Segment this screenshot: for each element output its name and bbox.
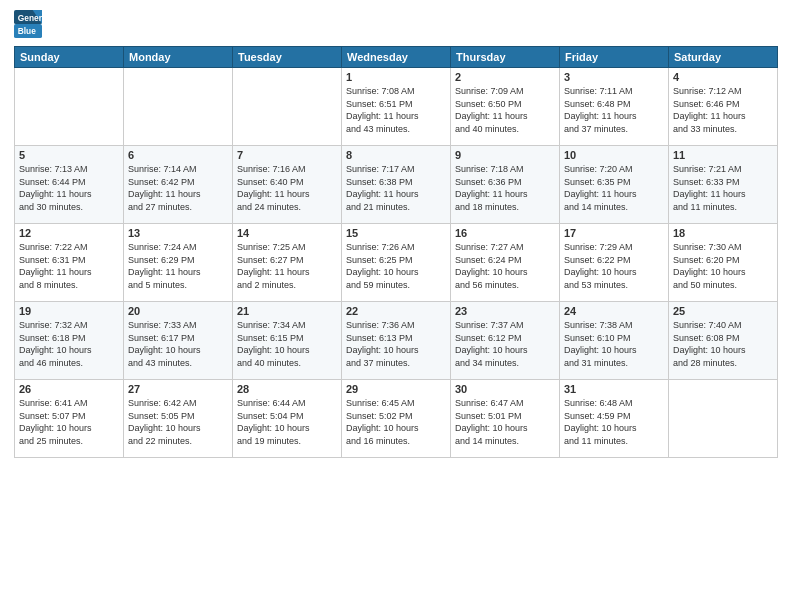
calendar-day-cell: 15Sunrise: 7:26 AM Sunset: 6:25 PM Dayli… (342, 224, 451, 302)
calendar-day-cell: 7Sunrise: 7:16 AM Sunset: 6:40 PM Daylig… (233, 146, 342, 224)
calendar-week-row: 19Sunrise: 7:32 AM Sunset: 6:18 PM Dayli… (15, 302, 778, 380)
calendar-day-cell (15, 68, 124, 146)
day-number: 17 (564, 227, 664, 239)
day-info: Sunrise: 7:14 AM Sunset: 6:42 PM Dayligh… (128, 163, 228, 213)
day-number: 8 (346, 149, 446, 161)
day-info: Sunrise: 7:09 AM Sunset: 6:50 PM Dayligh… (455, 85, 555, 135)
day-info: Sunrise: 7:13 AM Sunset: 6:44 PM Dayligh… (19, 163, 119, 213)
day-info: Sunrise: 7:25 AM Sunset: 6:27 PM Dayligh… (237, 241, 337, 291)
calendar-week-row: 1Sunrise: 7:08 AM Sunset: 6:51 PM Daylig… (15, 68, 778, 146)
calendar-day-cell: 2Sunrise: 7:09 AM Sunset: 6:50 PM Daylig… (451, 68, 560, 146)
svg-text:General: General (18, 13, 42, 23)
day-number: 16 (455, 227, 555, 239)
calendar-day-cell: 21Sunrise: 7:34 AM Sunset: 6:15 PM Dayli… (233, 302, 342, 380)
day-number: 6 (128, 149, 228, 161)
day-info: Sunrise: 7:11 AM Sunset: 6:48 PM Dayligh… (564, 85, 664, 135)
calendar-day-cell: 16Sunrise: 7:27 AM Sunset: 6:24 PM Dayli… (451, 224, 560, 302)
day-number: 4 (673, 71, 773, 83)
day-info: Sunrise: 7:30 AM Sunset: 6:20 PM Dayligh… (673, 241, 773, 291)
calendar-day-cell: 18Sunrise: 7:30 AM Sunset: 6:20 PM Dayli… (669, 224, 778, 302)
day-number: 31 (564, 383, 664, 395)
day-header-monday: Monday (124, 47, 233, 68)
day-header-saturday: Saturday (669, 47, 778, 68)
day-header-friday: Friday (560, 47, 669, 68)
calendar-week-row: 5Sunrise: 7:13 AM Sunset: 6:44 PM Daylig… (15, 146, 778, 224)
calendar-day-cell (669, 380, 778, 458)
day-number: 27 (128, 383, 228, 395)
day-info: Sunrise: 7:38 AM Sunset: 6:10 PM Dayligh… (564, 319, 664, 369)
day-info: Sunrise: 7:16 AM Sunset: 6:40 PM Dayligh… (237, 163, 337, 213)
calendar-day-cell: 24Sunrise: 7:38 AM Sunset: 6:10 PM Dayli… (560, 302, 669, 380)
day-number: 13 (128, 227, 228, 239)
day-info: Sunrise: 6:47 AM Sunset: 5:01 PM Dayligh… (455, 397, 555, 447)
calendar-day-cell: 6Sunrise: 7:14 AM Sunset: 6:42 PM Daylig… (124, 146, 233, 224)
day-info: Sunrise: 7:36 AM Sunset: 6:13 PM Dayligh… (346, 319, 446, 369)
day-number: 3 (564, 71, 664, 83)
calendar-day-cell: 17Sunrise: 7:29 AM Sunset: 6:22 PM Dayli… (560, 224, 669, 302)
day-number: 14 (237, 227, 337, 239)
day-info: Sunrise: 7:08 AM Sunset: 6:51 PM Dayligh… (346, 85, 446, 135)
day-number: 19 (19, 305, 119, 317)
calendar-day-cell: 26Sunrise: 6:41 AM Sunset: 5:07 PM Dayli… (15, 380, 124, 458)
calendar-day-cell: 25Sunrise: 7:40 AM Sunset: 6:08 PM Dayli… (669, 302, 778, 380)
day-number: 23 (455, 305, 555, 317)
day-info: Sunrise: 7:21 AM Sunset: 6:33 PM Dayligh… (673, 163, 773, 213)
day-number: 1 (346, 71, 446, 83)
day-info: Sunrise: 6:42 AM Sunset: 5:05 PM Dayligh… (128, 397, 228, 447)
day-number: 21 (237, 305, 337, 317)
calendar-day-cell (233, 68, 342, 146)
calendar-day-cell: 22Sunrise: 7:36 AM Sunset: 6:13 PM Dayli… (342, 302, 451, 380)
day-info: Sunrise: 7:33 AM Sunset: 6:17 PM Dayligh… (128, 319, 228, 369)
day-info: Sunrise: 7:17 AM Sunset: 6:38 PM Dayligh… (346, 163, 446, 213)
day-number: 26 (19, 383, 119, 395)
calendar-day-cell: 19Sunrise: 7:32 AM Sunset: 6:18 PM Dayli… (15, 302, 124, 380)
day-number: 28 (237, 383, 337, 395)
day-number: 2 (455, 71, 555, 83)
day-info: Sunrise: 6:48 AM Sunset: 4:59 PM Dayligh… (564, 397, 664, 447)
day-number: 10 (564, 149, 664, 161)
calendar-header-row: SundayMondayTuesdayWednesdayThursdayFrid… (15, 47, 778, 68)
calendar-day-cell: 20Sunrise: 7:33 AM Sunset: 6:17 PM Dayli… (124, 302, 233, 380)
day-info: Sunrise: 7:40 AM Sunset: 6:08 PM Dayligh… (673, 319, 773, 369)
day-header-tuesday: Tuesday (233, 47, 342, 68)
calendar-day-cell (124, 68, 233, 146)
day-info: Sunrise: 6:45 AM Sunset: 5:02 PM Dayligh… (346, 397, 446, 447)
day-info: Sunrise: 7:20 AM Sunset: 6:35 PM Dayligh… (564, 163, 664, 213)
calendar-day-cell: 4Sunrise: 7:12 AM Sunset: 6:46 PM Daylig… (669, 68, 778, 146)
day-number: 9 (455, 149, 555, 161)
calendar-day-cell: 8Sunrise: 7:17 AM Sunset: 6:38 PM Daylig… (342, 146, 451, 224)
calendar-day-cell: 30Sunrise: 6:47 AM Sunset: 5:01 PM Dayli… (451, 380, 560, 458)
logo: General Blue (14, 10, 46, 38)
calendar-day-cell: 29Sunrise: 6:45 AM Sunset: 5:02 PM Dayli… (342, 380, 451, 458)
day-info: Sunrise: 6:44 AM Sunset: 5:04 PM Dayligh… (237, 397, 337, 447)
calendar-week-row: 26Sunrise: 6:41 AM Sunset: 5:07 PM Dayli… (15, 380, 778, 458)
day-number: 25 (673, 305, 773, 317)
day-number: 22 (346, 305, 446, 317)
calendar-day-cell: 14Sunrise: 7:25 AM Sunset: 6:27 PM Dayli… (233, 224, 342, 302)
day-header-sunday: Sunday (15, 47, 124, 68)
day-header-wednesday: Wednesday (342, 47, 451, 68)
day-number: 7 (237, 149, 337, 161)
calendar-week-row: 12Sunrise: 7:22 AM Sunset: 6:31 PM Dayli… (15, 224, 778, 302)
day-header-thursday: Thursday (451, 47, 560, 68)
logo-icon: General Blue (14, 10, 42, 38)
calendar-day-cell: 27Sunrise: 6:42 AM Sunset: 5:05 PM Dayli… (124, 380, 233, 458)
calendar-day-cell: 10Sunrise: 7:20 AM Sunset: 6:35 PM Dayli… (560, 146, 669, 224)
calendar-day-cell: 9Sunrise: 7:18 AM Sunset: 6:36 PM Daylig… (451, 146, 560, 224)
day-number: 11 (673, 149, 773, 161)
calendar-day-cell: 31Sunrise: 6:48 AM Sunset: 4:59 PM Dayli… (560, 380, 669, 458)
day-info: Sunrise: 7:22 AM Sunset: 6:31 PM Dayligh… (19, 241, 119, 291)
calendar-day-cell: 1Sunrise: 7:08 AM Sunset: 6:51 PM Daylig… (342, 68, 451, 146)
calendar-day-cell: 11Sunrise: 7:21 AM Sunset: 6:33 PM Dayli… (669, 146, 778, 224)
day-info: Sunrise: 7:29 AM Sunset: 6:22 PM Dayligh… (564, 241, 664, 291)
calendar-table: SundayMondayTuesdayWednesdayThursdayFrid… (14, 46, 778, 458)
day-number: 5 (19, 149, 119, 161)
calendar-day-cell: 12Sunrise: 7:22 AM Sunset: 6:31 PM Dayli… (15, 224, 124, 302)
day-info: Sunrise: 7:34 AM Sunset: 6:15 PM Dayligh… (237, 319, 337, 369)
day-info: Sunrise: 7:12 AM Sunset: 6:46 PM Dayligh… (673, 85, 773, 135)
day-info: Sunrise: 7:18 AM Sunset: 6:36 PM Dayligh… (455, 163, 555, 213)
page: General Blue SundayMondayTuesdayWednesda… (0, 0, 792, 612)
day-number: 15 (346, 227, 446, 239)
day-info: Sunrise: 7:24 AM Sunset: 6:29 PM Dayligh… (128, 241, 228, 291)
day-info: Sunrise: 7:37 AM Sunset: 6:12 PM Dayligh… (455, 319, 555, 369)
